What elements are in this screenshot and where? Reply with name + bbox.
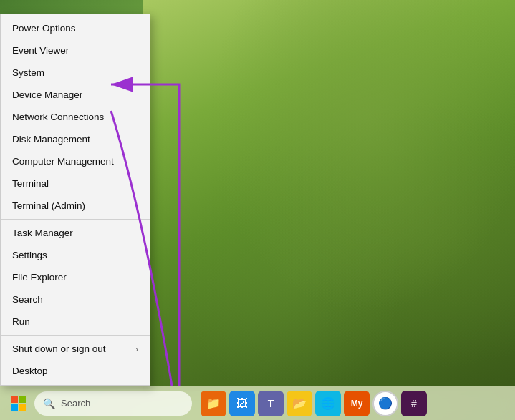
taskbar-app-photos[interactable]: 🖼 — [229, 391, 255, 416]
menu-item-label-run: Run — [12, 316, 30, 327]
taskbar-app-chrome[interactable]: 🔵 — [372, 391, 398, 416]
menu-item-desktop[interactable]: Desktop — [1, 360, 150, 382]
menu-item-power-options[interactable]: Power Options — [1, 17, 150, 39]
taskbar-app-file-manager[interactable]: 📁 — [201, 391, 226, 416]
svg-rect-3 — [11, 404, 18, 411]
menu-item-label-task-manager: Task Manager — [12, 228, 73, 238]
menu-separator-after-run — [1, 335, 150, 336]
menu-item-search[interactable]: Search — [1, 288, 150, 311]
taskbar-search-bar[interactable]: 🔍 Search — [34, 391, 192, 416]
mysql-icon: My — [351, 399, 363, 409]
menu-item-disk-management[interactable]: Disk Management — [1, 128, 150, 150]
menu-item-label-search: Search — [12, 294, 43, 305]
menu-item-run[interactable]: Run — [1, 311, 150, 333]
taskbar-app-mysql[interactable]: My — [344, 391, 370, 416]
search-icon: 🔍 — [43, 398, 55, 409]
chrome-icon: 🔵 — [378, 396, 393, 410]
menu-item-network-connections[interactable]: Network Connections — [1, 106, 150, 128]
menu-separator-after-terminal-admin — [1, 219, 150, 220]
menu-item-label-terminal-admin: Terminal (Admin) — [12, 200, 85, 211]
svg-rect-2 — [19, 396, 26, 403]
svg-rect-1 — [11, 396, 18, 403]
menu-item-label-computer-management: Computer Management — [12, 156, 114, 167]
menu-item-arrow-shut-down-sign-out: › — [135, 345, 138, 353]
taskbar-app-edge[interactable]: 🌐 — [315, 391, 341, 416]
menu-item-system[interactable]: System — [1, 62, 150, 84]
menu-item-file-explorer[interactable]: File Explorer — [1, 266, 150, 288]
menu-item-event-viewer[interactable]: Event Viewer — [1, 39, 150, 62]
start-button[interactable] — [6, 391, 32, 416]
menu-item-task-manager[interactable]: Task Manager — [1, 222, 150, 244]
windows-logo-icon — [10, 395, 27, 412]
taskbar-search-label: Search — [61, 398, 90, 409]
slack-icon: # — [411, 398, 417, 409]
taskbar-app-icons: 📁 🖼 T 📂 🌐 My 🔵 # — [201, 391, 427, 416]
menu-item-computer-management[interactable]: Computer Management — [1, 150, 150, 172]
teams-icon: T — [268, 398, 274, 409]
file-manager-icon: 📁 — [206, 396, 221, 410]
taskbar-app-folder[interactable]: 📂 — [287, 391, 312, 416]
menu-item-device-manager[interactable]: Device Manager — [1, 84, 150, 106]
menu-item-label-system: System — [12, 67, 44, 78]
menu-item-terminal-admin[interactable]: Terminal (Admin) — [1, 195, 150, 217]
menu-item-label-settings: Settings — [12, 250, 47, 260]
menu-item-shut-down-sign-out[interactable]: Shut down or sign out› — [1, 338, 150, 360]
context-menu: Power OptionsEvent ViewerSystemDevice Ma… — [0, 14, 150, 386]
taskbar-app-slack[interactable]: # — [401, 391, 427, 416]
menu-item-label-shut-down-sign-out: Shut down or sign out — [12, 343, 106, 354]
menu-item-label-device-manager: Device Manager — [12, 89, 82, 100]
photos-icon: 🖼 — [236, 397, 248, 410]
menu-item-settings[interactable]: Settings — [1, 244, 150, 266]
menu-item-label-event-viewer: Event Viewer — [12, 45, 69, 56]
menu-item-label-terminal: Terminal — [12, 178, 49, 189]
menu-item-label-desktop: Desktop — [12, 366, 48, 376]
menu-item-label-disk-management: Disk Management — [12, 134, 90, 145]
menu-item-label-network-connections: Network Connections — [12, 112, 104, 122]
taskbar: 🔍 Search 📁 🖼 T 📂 🌐 My 🔵 — [0, 386, 515, 420]
edge-icon: 🌐 — [321, 396, 335, 410]
menu-item-label-file-explorer: File Explorer — [12, 272, 67, 283]
folder-icon: 📂 — [292, 396, 307, 410]
taskbar-app-teams[interactable]: T — [258, 391, 284, 416]
svg-rect-4 — [19, 404, 26, 411]
menu-item-terminal[interactable]: Terminal — [1, 172, 150, 195]
menu-item-label-power-options: Power Options — [12, 23, 76, 34]
